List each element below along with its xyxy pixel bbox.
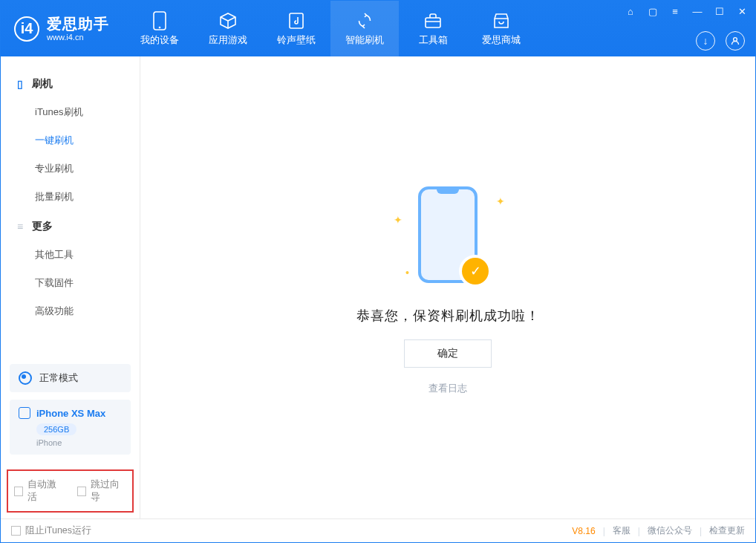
sparkle-icon: ✦ (496, 195, 505, 207)
sidebar-group-title: 更多 (32, 220, 53, 233)
nav-label: 我的设备 (140, 34, 179, 47)
download-icon[interactable]: ↓ (696, 31, 715, 51)
tshirt-icon[interactable]: ⌂ (625, 5, 636, 17)
device-type: iPhone (36, 438, 122, 447)
nav-store[interactable]: 爱思商城 (467, 1, 535, 56)
success-message: 恭喜您，保资料刷机成功啦！ (356, 307, 540, 325)
store-icon (492, 11, 511, 30)
device-card[interactable]: iPhone XS Max 256GB iPhone (10, 400, 131, 455)
nav-label: 应用游戏 (209, 34, 247, 47)
svg-point-4 (734, 38, 737, 42)
checkbox-auto-activate[interactable]: 自动激活 (14, 478, 64, 504)
device-thumb-icon (19, 407, 30, 419)
footer-link-wechat[interactable]: 微信公众号 (648, 524, 692, 537)
sidebar-group-more: ≡ 更多 (1, 211, 140, 241)
svg-rect-3 (426, 18, 440, 27)
logo-icon: i4 (14, 16, 39, 42)
checkbox-label: 阻止iTunes运行 (25, 524, 91, 537)
checkbox-icon (11, 526, 21, 536)
device-capacity: 256GB (36, 423, 76, 435)
mode-icon (19, 371, 32, 385)
maximize-icon[interactable]: ☐ (714, 5, 726, 17)
sparkle-icon: • (405, 267, 409, 279)
nav-smart-flash[interactable]: 智能刷机 (330, 1, 399, 56)
toolbox-icon (423, 11, 443, 30)
checkbox-icon (77, 487, 86, 496)
list-icon: ≡ (14, 221, 26, 233)
flash-options-highlight: 自动激活 跳过向导 (7, 469, 134, 513)
nav-label: 工具箱 (419, 34, 448, 47)
sidebar-item-itunes-flash[interactable]: iTunes刷机 (1, 98, 140, 126)
profile-icon[interactable] (726, 31, 745, 51)
refresh-icon (355, 11, 374, 30)
checkbox-icon (14, 487, 23, 496)
sparkle-icon: ✦ (394, 214, 403, 226)
main-nav: 我的设备 应用游戏 铃声壁纸 智能刷机 工具箱 爱思商城 (126, 1, 535, 56)
phone-small-icon: ▯ (14, 78, 26, 90)
sidebar-group-title: 刷机 (32, 77, 53, 91)
footer-link-update[interactable]: 检查更新 (709, 524, 745, 537)
app-site: www.i4.cn (47, 33, 109, 42)
checkbox-label: 自动激活 (27, 478, 63, 504)
sidebar-item-pro-flash[interactable]: 专业刷机 (1, 155, 140, 183)
nav-apps-games[interactable]: 应用游戏 (194, 1, 262, 56)
check-badge-icon: ✓ (462, 258, 489, 284)
nav-my-device[interactable]: 我的设备 (126, 1, 194, 56)
sidebar-item-batch-flash[interactable]: 批量刷机 (1, 183, 140, 211)
nav-label: 智能刷机 (345, 34, 384, 47)
nav-label: 爱思商城 (482, 34, 521, 47)
device-icon (150, 11, 169, 30)
user-controls: ↓ (696, 31, 745, 51)
view-log-link[interactable]: 查看日志 (428, 383, 467, 395)
sidebar-item-other-tools[interactable]: 其他工具 (1, 241, 140, 269)
mode-label: 正常模式 (39, 371, 78, 385)
checkbox-skip-wizard[interactable]: 跳过向导 (77, 478, 127, 504)
app-header: i4 爱思助手 www.i4.cn 我的设备 应用游戏 铃声壁纸 智能刷机 工具… (1, 1, 755, 56)
nav-ringtones[interactable]: 铃声壁纸 (262, 1, 330, 56)
sidebar-item-advanced[interactable]: 高级功能 (1, 297, 140, 325)
device-mode-card[interactable]: 正常模式 (10, 364, 131, 392)
checkbox-block-itunes[interactable]: 阻止iTunes运行 (11, 524, 91, 537)
sidebar: ▯ 刷机 iTunes刷机 一键刷机 专业刷机 批量刷机 ≡ 更多 其他工具 下… (1, 56, 140, 518)
cube-icon (218, 11, 238, 30)
main-panel: ✦ ✦ • ✓ 恭喜您，保资料刷机成功啦！ 确定 查看日志 (140, 56, 755, 518)
sidebar-item-oneclick-flash[interactable]: 一键刷机 (1, 126, 140, 155)
phone-icon[interactable]: ▢ (647, 5, 659, 17)
sidebar-item-download-firmware[interactable]: 下载固件 (1, 269, 140, 297)
close-icon[interactable]: ✕ (736, 5, 748, 17)
sidebar-group-flash: ▯ 刷机 (1, 68, 140, 98)
version-label: V8.16 (572, 526, 595, 536)
nav-toolbox[interactable]: 工具箱 (399, 1, 467, 56)
success-illustration: ✦ ✦ • ✓ (385, 181, 511, 292)
music-icon (287, 11, 306, 30)
svg-point-1 (159, 26, 161, 28)
minimize-icon[interactable]: — (691, 5, 703, 17)
status-bar: 阻止iTunes运行 V8.16 | 客服 | 微信公众号 | 检查更新 (1, 518, 755, 542)
confirm-button[interactable]: 确定 (404, 339, 492, 368)
app-logo: i4 爱思助手 www.i4.cn (1, 1, 126, 56)
checkbox-label: 跳过向导 (91, 478, 126, 504)
app-name: 爱思助手 (47, 16, 109, 33)
window-controls: ⌂ ▢ ≡ — ☐ ✕ (625, 5, 748, 17)
device-name: iPhone XS Max (36, 408, 105, 419)
footer-link-support[interactable]: 客服 (613, 524, 630, 537)
nav-label: 铃声壁纸 (277, 34, 316, 47)
menu-icon[interactable]: ≡ (669, 5, 681, 17)
